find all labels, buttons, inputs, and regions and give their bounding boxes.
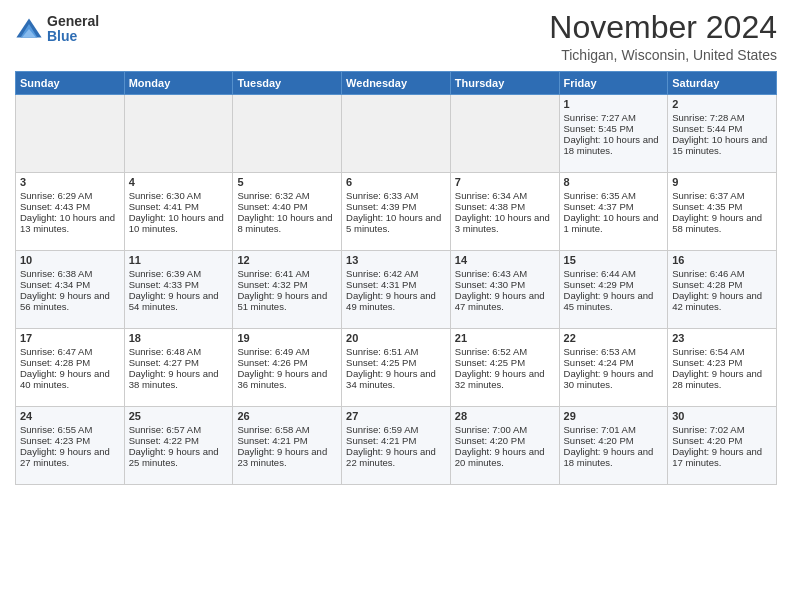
day-info: Sunset: 5:45 PM (564, 123, 664, 134)
day-info: Sunset: 4:37 PM (564, 201, 664, 212)
day-number: 13 (346, 254, 446, 266)
day-info: Sunset: 4:30 PM (455, 279, 555, 290)
day-info: Sunset: 4:26 PM (237, 357, 337, 368)
day-info: Daylight: 9 hours and 25 minutes. (129, 446, 229, 468)
calendar-cell (124, 95, 233, 173)
day-info: Daylight: 9 hours and 27 minutes. (20, 446, 120, 468)
calendar-cell: 23Sunrise: 6:54 AMSunset: 4:23 PMDayligh… (668, 329, 777, 407)
day-info: Daylight: 10 hours and 13 minutes. (20, 212, 120, 234)
day-info: Daylight: 9 hours and 22 minutes. (346, 446, 446, 468)
week-row-2: 3Sunrise: 6:29 AMSunset: 4:43 PMDaylight… (16, 173, 777, 251)
header-day-friday: Friday (559, 72, 668, 95)
day-info: Sunset: 4:21 PM (346, 435, 446, 446)
day-info: Daylight: 9 hours and 42 minutes. (672, 290, 772, 312)
day-info: Daylight: 10 hours and 15 minutes. (672, 134, 772, 156)
day-info: Sunset: 4:23 PM (20, 435, 120, 446)
calendar-cell (450, 95, 559, 173)
day-info: Sunset: 4:21 PM (237, 435, 337, 446)
calendar-cell (16, 95, 125, 173)
location: Tichigan, Wisconsin, United States (549, 47, 777, 63)
day-info: Daylight: 9 hours and 38 minutes. (129, 368, 229, 390)
calendar-table: SundayMondayTuesdayWednesdayThursdayFrid… (15, 71, 777, 485)
day-info: Sunset: 4:39 PM (346, 201, 446, 212)
day-number: 4 (129, 176, 229, 188)
logo-icon (15, 15, 43, 43)
day-info: Sunrise: 7:02 AM (672, 424, 772, 435)
calendar-cell: 2Sunrise: 7:28 AMSunset: 5:44 PMDaylight… (668, 95, 777, 173)
calendar-cell: 4Sunrise: 6:30 AMSunset: 4:41 PMDaylight… (124, 173, 233, 251)
day-info: Sunset: 4:28 PM (20, 357, 120, 368)
day-info: Sunrise: 6:49 AM (237, 346, 337, 357)
day-info: Daylight: 9 hours and 23 minutes. (237, 446, 337, 468)
calendar-header: SundayMondayTuesdayWednesdayThursdayFrid… (16, 72, 777, 95)
day-info: Sunrise: 6:35 AM (564, 190, 664, 201)
calendar-cell (342, 95, 451, 173)
calendar-cell: 26Sunrise: 6:58 AMSunset: 4:21 PMDayligh… (233, 407, 342, 485)
day-info: Daylight: 9 hours and 17 minutes. (672, 446, 772, 468)
day-info: Sunrise: 6:53 AM (564, 346, 664, 357)
calendar-body: 1Sunrise: 7:27 AMSunset: 5:45 PMDaylight… (16, 95, 777, 485)
day-info: Sunset: 4:28 PM (672, 279, 772, 290)
day-number: 24 (20, 410, 120, 422)
day-number: 23 (672, 332, 772, 344)
day-info: Sunset: 4:20 PM (455, 435, 555, 446)
logo-blue: Blue (47, 29, 99, 44)
day-info: Daylight: 10 hours and 5 minutes. (346, 212, 446, 234)
day-info: Sunrise: 6:44 AM (564, 268, 664, 279)
logo-text: General Blue (47, 14, 99, 45)
calendar-cell: 5Sunrise: 6:32 AMSunset: 4:40 PMDaylight… (233, 173, 342, 251)
day-info: Sunrise: 6:29 AM (20, 190, 120, 201)
day-info: Sunrise: 6:57 AM (129, 424, 229, 435)
day-number: 16 (672, 254, 772, 266)
day-info: Sunset: 4:33 PM (129, 279, 229, 290)
day-info: Sunset: 4:20 PM (672, 435, 772, 446)
day-info: Sunset: 4:38 PM (455, 201, 555, 212)
day-number: 20 (346, 332, 446, 344)
day-number: 19 (237, 332, 337, 344)
day-info: Sunset: 4:35 PM (672, 201, 772, 212)
day-info: Daylight: 9 hours and 18 minutes. (564, 446, 664, 468)
header-day-sunday: Sunday (16, 72, 125, 95)
calendar-cell: 15Sunrise: 6:44 AMSunset: 4:29 PMDayligh… (559, 251, 668, 329)
calendar-cell: 14Sunrise: 6:43 AMSunset: 4:30 PMDayligh… (450, 251, 559, 329)
day-info: Sunrise: 7:01 AM (564, 424, 664, 435)
day-info: Sunset: 4:43 PM (20, 201, 120, 212)
calendar-cell: 11Sunrise: 6:39 AMSunset: 4:33 PMDayligh… (124, 251, 233, 329)
day-info: Sunrise: 6:52 AM (455, 346, 555, 357)
day-number: 17 (20, 332, 120, 344)
header-day-thursday: Thursday (450, 72, 559, 95)
calendar-cell: 29Sunrise: 7:01 AMSunset: 4:20 PMDayligh… (559, 407, 668, 485)
day-info: Sunset: 4:25 PM (346, 357, 446, 368)
day-info: Daylight: 10 hours and 18 minutes. (564, 134, 664, 156)
day-info: Daylight: 9 hours and 45 minutes. (564, 290, 664, 312)
day-number: 9 (672, 176, 772, 188)
day-info: Daylight: 9 hours and 20 minutes. (455, 446, 555, 468)
day-number: 26 (237, 410, 337, 422)
day-info: Sunrise: 6:37 AM (672, 190, 772, 201)
day-info: Sunrise: 6:51 AM (346, 346, 446, 357)
day-number: 10 (20, 254, 120, 266)
day-info: Daylight: 10 hours and 8 minutes. (237, 212, 337, 234)
day-info: Sunrise: 6:32 AM (237, 190, 337, 201)
calendar-cell: 7Sunrise: 6:34 AMSunset: 4:38 PMDaylight… (450, 173, 559, 251)
day-info: Daylight: 10 hours and 10 minutes. (129, 212, 229, 234)
month-title: November 2024 (549, 10, 777, 45)
day-info: Sunrise: 6:58 AM (237, 424, 337, 435)
day-info: Sunset: 4:41 PM (129, 201, 229, 212)
day-info: Sunrise: 6:41 AM (237, 268, 337, 279)
week-row-5: 24Sunrise: 6:55 AMSunset: 4:23 PMDayligh… (16, 407, 777, 485)
calendar-cell: 24Sunrise: 6:55 AMSunset: 4:23 PMDayligh… (16, 407, 125, 485)
calendar-cell: 30Sunrise: 7:02 AMSunset: 4:20 PMDayligh… (668, 407, 777, 485)
calendar-cell: 27Sunrise: 6:59 AMSunset: 4:21 PMDayligh… (342, 407, 451, 485)
day-info: Sunset: 4:29 PM (564, 279, 664, 290)
day-info: Sunrise: 6:55 AM (20, 424, 120, 435)
day-number: 12 (237, 254, 337, 266)
day-info: Sunset: 4:32 PM (237, 279, 337, 290)
day-info: Sunrise: 6:47 AM (20, 346, 120, 357)
calendar-cell: 21Sunrise: 6:52 AMSunset: 4:25 PMDayligh… (450, 329, 559, 407)
calendar-cell: 25Sunrise: 6:57 AMSunset: 4:22 PMDayligh… (124, 407, 233, 485)
day-number: 7 (455, 176, 555, 188)
day-number: 22 (564, 332, 664, 344)
calendar-cell: 19Sunrise: 6:49 AMSunset: 4:26 PMDayligh… (233, 329, 342, 407)
week-row-3: 10Sunrise: 6:38 AMSunset: 4:34 PMDayligh… (16, 251, 777, 329)
